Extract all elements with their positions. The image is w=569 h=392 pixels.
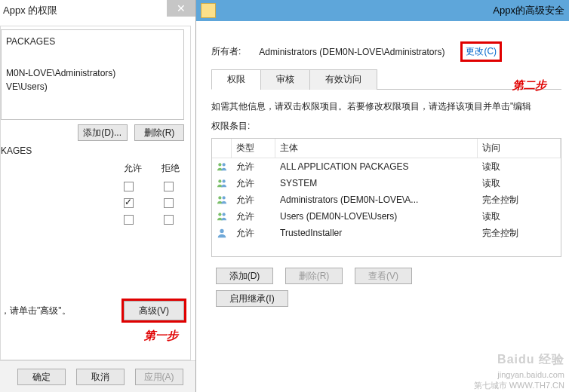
entry-principal: Administrators (DEM0N-LOVE\A...: [275, 194, 478, 205]
entry-type: 允许: [232, 210, 275, 223]
entry-row[interactable]: 允许TrustedInstaller完全控制: [212, 225, 561, 241]
inherit-row: 启用继承(I): [211, 290, 561, 307]
dialog-footer: 确定 取消 应用(A): [0, 360, 195, 392]
principal-icon: [212, 177, 232, 189]
view-entry-button[interactable]: 查看(V): [355, 268, 412, 284]
permission-checkgrid: [1, 178, 184, 228]
svg-point-4: [218, 196, 221, 199]
group-user-list[interactable]: PACKAGES M0N-LOVE\Administrators) VE\Use…: [1, 29, 184, 120]
change-owner-link[interactable]: 更改(C): [463, 44, 500, 60]
col-allow: 允许: [124, 162, 142, 175]
entry-access: 读取: [478, 161, 561, 173]
tab-effective-access[interactable]: 有效访问: [309, 69, 377, 90]
apply-button[interactable]: 应用(A): [135, 369, 183, 385]
perm-row: [1, 178, 184, 194]
entry-access: 完全控制: [478, 194, 561, 207]
entry-type: 允许: [232, 194, 275, 207]
advanced-row: ，请单击"高级"。 高级(V): [1, 301, 184, 320]
advanced-hint: ，请单击"高级"。: [1, 305, 71, 317]
list-item[interactable]: PACKAGES: [6, 35, 180, 48]
left-titlebar: Appx 的权限 ✕: [0, 0, 195, 21]
entry-access: 读取: [478, 177, 561, 190]
watermark-brand: Baidu 经验: [497, 352, 564, 368]
advanced-button[interactable]: 高级(V): [124, 301, 184, 320]
entry-type: 允许: [232, 161, 275, 173]
list-item[interactable]: M0N-LOVE\Administrators): [6, 66, 180, 80]
svg-point-1: [223, 163, 226, 166]
tab-auditing[interactable]: 审核: [260, 69, 310, 90]
entry-principal: Users (DEM0N-LOVE\Users): [275, 211, 478, 222]
entry-row[interactable]: 允许SYSTEM读取: [212, 175, 561, 191]
principal-icon: [212, 161, 232, 173]
entry-row[interactable]: 允许Administrators (DEM0N-LOVE\A...完全控制: [212, 191, 561, 208]
svg-point-2: [218, 179, 221, 182]
right-body: 所有者: Administrators (DEM0N-LOVE\Administ…: [196, 21, 569, 314]
svg-point-0: [218, 163, 221, 166]
col-type[interactable]: 类型: [232, 139, 275, 158]
tab-permissions[interactable]: 权限: [211, 69, 261, 90]
perm-row: [1, 194, 184, 211]
entry-principal: TrustedInstaller: [275, 228, 478, 238]
svg-point-8: [220, 229, 223, 233]
properties-dialog: Appx 的权限 ✕ PACKAGES M0N-LOVE\Administrat…: [0, 0, 196, 392]
svg-point-5: [223, 196, 226, 199]
remove-button[interactable]: 删除(R): [134, 124, 184, 141]
svg-point-3: [223, 179, 226, 182]
add-entry-button[interactable]: 添加(D): [216, 268, 273, 284]
permission-header: 允许 拒绝: [1, 162, 184, 175]
owner-row: 所有者: Administrators (DEM0N-LOVE\Administ…: [211, 44, 561, 60]
right-titlebar: Appx的高级安全: [196, 0, 569, 21]
instruction-text: 如需其他信息，请双击权限项目。若要修改权限项目，请选择该项目并单击"编辑: [211, 99, 561, 114]
advanced-security-window: Appx的高级安全 所有者: Administrators (DEM0N-LOV…: [196, 0, 569, 392]
left-window-title: Appx 的权限: [3, 5, 57, 16]
col-icon: [212, 139, 232, 158]
right-window-title: Appx的高级安全: [222, 4, 569, 17]
ok-button[interactable]: 确定: [17, 369, 66, 385]
deny-checkbox[interactable]: [164, 182, 174, 191]
principal-icon: [212, 194, 232, 206]
add-button[interactable]: 添加(D)...: [78, 124, 128, 141]
step1-annotation: 第一步: [144, 329, 178, 343]
allow-checkbox[interactable]: [124, 198, 134, 208]
close-icon[interactable]: ✕: [167, 0, 195, 17]
perm-row: [1, 211, 184, 228]
col-access[interactable]: 访问: [478, 139, 561, 158]
deny-checkbox[interactable]: [164, 215, 174, 225]
enable-inheritance-button[interactable]: 启用继承(I): [216, 290, 288, 307]
entry-row[interactable]: 允许ALL APPLICATION PACKAGES读取: [212, 158, 561, 175]
left-client-area: PACKAGES M0N-LOVE\Administrators) VE\Use…: [0, 26, 191, 360]
svg-point-6: [218, 213, 221, 216]
tabstrip: 权限 审核 有效访问: [211, 69, 561, 90]
entries-button-row: 添加(D) 删除(R) 查看(V): [211, 268, 561, 284]
principal-icon: [212, 227, 232, 239]
col-deny: 拒绝: [161, 162, 180, 175]
entry-type: 允许: [232, 227, 275, 240]
watermark: jingyan.baidu.com 第七城市 WWW.TH7.CN: [474, 369, 564, 390]
remove-entry-button[interactable]: 删除(R): [285, 268, 343, 284]
list-item[interactable]: VE\Users): [6, 80, 180, 93]
entries-body: 允许ALL APPLICATION PACKAGES读取允许SYSTEM读取允许…: [212, 158, 561, 241]
deny-checkbox[interactable]: [164, 198, 174, 208]
svg-point-7: [223, 213, 226, 216]
entry-row[interactable]: 允许Users (DEM0N-LOVE\Users)读取: [212, 208, 561, 225]
entries-label: 权限条目:: [211, 118, 561, 133]
entry-principal: ALL APPLICATION PACKAGES: [275, 161, 478, 172]
folder-icon: [201, 3, 216, 18]
allow-checkbox[interactable]: [124, 215, 134, 225]
entries-header: 类型 主体 访问: [212, 139, 561, 158]
permissions-for-label: KAGES: [1, 145, 184, 156]
principal-icon: [212, 210, 232, 222]
cancel-button[interactable]: 取消: [76, 369, 125, 385]
entry-access: 读取: [478, 210, 561, 223]
owner-value: Administrators (DEM0N-LOVE\Administrator…: [259, 47, 444, 57]
allow-checkbox[interactable]: [124, 182, 134, 191]
owner-label: 所有者:: [211, 45, 241, 58]
watermark-url: jingyan.baidu.com: [474, 369, 564, 380]
col-principal[interactable]: 主体: [275, 139, 478, 158]
entry-type: 允许: [232, 177, 275, 190]
entry-access: 完全控制: [478, 227, 561, 240]
step2-annotation: 第二步: [512, 78, 546, 93]
entry-principal: SYSTEM: [275, 178, 478, 188]
watermark-src: 第七城市 WWW.TH7.CN: [474, 380, 564, 390]
permission-entries: 类型 主体 访问 允许ALL APPLICATION PACKAGES读取允许S…: [211, 138, 561, 257]
